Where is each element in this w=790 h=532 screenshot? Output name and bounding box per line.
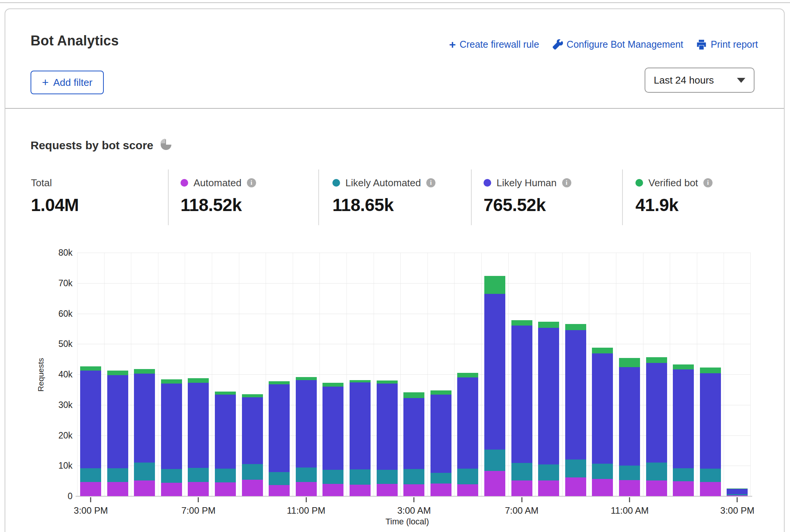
bar-segment-automated[interactable] — [80, 482, 101, 497]
bar-segment-automated[interactable] — [673, 481, 694, 496]
bar-segment-likely-automated[interactable] — [80, 468, 101, 482]
bar-segment-verified-bot[interactable] — [430, 390, 451, 394]
bar-segment-automated[interactable] — [430, 484, 451, 496]
bar-segment-automated[interactable] — [188, 482, 209, 496]
bar-segment-verified-bot[interactable] — [107, 371, 128, 375]
configure-bot-management-link[interactable]: Configure Bot Management — [552, 39, 684, 50]
bar-segment-automated[interactable] — [457, 484, 478, 496]
bar-segment-verified-bot[interactable] — [646, 357, 667, 363]
bar-segment-likely-automated[interactable] — [215, 469, 236, 482]
bar-segment-likely-automated[interactable] — [430, 473, 451, 484]
bar-segment-likely-automated[interactable] — [727, 494, 748, 495]
bar-segment-likely-human[interactable] — [296, 380, 317, 468]
bar-segment-automated[interactable] — [700, 482, 721, 496]
bar-segment-likely-automated[interactable] — [673, 468, 694, 481]
bar-segment-verified-bot[interactable] — [673, 364, 694, 370]
bar-segment-likely-automated[interactable] — [107, 468, 128, 482]
bar-segment-likely-human[interactable] — [242, 397, 263, 464]
bar-segment-likely-human[interactable] — [377, 384, 398, 470]
bar-segment-likely-human[interactable] — [673, 369, 694, 468]
info-icon[interactable]: i — [562, 178, 571, 187]
bar-segment-likely-human[interactable] — [484, 294, 505, 450]
bar-segment-likely-human[interactable] — [215, 395, 236, 469]
bar-segment-likely-human[interactable] — [188, 383, 209, 468]
bar-segment-verified-bot[interactable] — [296, 377, 317, 380]
bar-segment-verified-bot[interactable] — [377, 380, 398, 384]
bar-segment-likely-human[interactable] — [322, 387, 343, 470]
bar-segment-likely-human[interactable] — [80, 371, 101, 468]
bar-segment-automated[interactable] — [322, 484, 343, 496]
bar-segment-automated[interactable] — [215, 482, 236, 496]
bar-segment-likely-human[interactable] — [269, 384, 290, 472]
bar-segment-likely-automated[interactable] — [296, 468, 317, 482]
bar-segment-verified-bot[interactable] — [215, 392, 236, 395]
bar-segment-likely-automated[interactable] — [188, 468, 209, 482]
time-range-select[interactable]: Last 24 hours — [645, 68, 755, 93]
bar-segment-automated[interactable] — [269, 485, 290, 497]
bar-segment-likely-human[interactable] — [727, 489, 748, 494]
bar-segment-automated[interactable] — [511, 480, 532, 497]
bar-segment-verified-bot[interactable] — [80, 366, 101, 370]
bar-segment-automated[interactable] — [619, 480, 640, 496]
bar-segment-likely-automated[interactable] — [565, 459, 586, 477]
bar-segment-verified-bot[interactable] — [592, 348, 613, 353]
bar-segment-automated[interactable] — [377, 484, 398, 496]
bar-segment-likely-automated[interactable] — [269, 472, 290, 485]
bar-segment-likely-human[interactable] — [511, 326, 532, 463]
bar-segment-verified-bot[interactable] — [242, 394, 263, 397]
bar-segment-likely-automated[interactable] — [511, 463, 532, 480]
bar-segment-likely-automated[interactable] — [538, 464, 559, 480]
bar-segment-verified-bot[interactable] — [457, 373, 478, 377]
bar-segment-verified-bot[interactable] — [700, 368, 721, 373]
bar-segment-automated[interactable] — [565, 477, 586, 496]
bar-segment-likely-human[interactable] — [538, 328, 559, 464]
bar-segment-verified-bot[interactable] — [161, 379, 182, 384]
bar-segment-automated[interactable] — [242, 480, 263, 496]
bar-segment-likely-automated[interactable] — [646, 463, 667, 480]
bar-segment-likely-human[interactable] — [161, 384, 182, 469]
bar-segment-verified-bot[interactable] — [484, 276, 505, 293]
bar-segment-automated[interactable] — [403, 484, 424, 496]
bar-segment-verified-bot[interactable] — [511, 320, 532, 326]
bar-segment-likely-automated[interactable] — [592, 464, 613, 479]
bar-segment-automated[interactable] — [484, 471, 505, 496]
bar-segment-likely-human[interactable] — [403, 398, 424, 469]
bar-segment-automated[interactable] — [592, 479, 613, 496]
info-icon[interactable]: i — [247, 178, 256, 187]
bar-segment-verified-bot[interactable] — [269, 381, 290, 384]
create-firewall-rule-link[interactable]: + Create firewall rule — [449, 39, 539, 50]
bar-segment-likely-human[interactable] — [107, 375, 128, 468]
bar-segment-automated[interactable] — [134, 480, 155, 496]
bar-segment-likely-human[interactable] — [592, 353, 613, 464]
bar-segment-verified-bot[interactable] — [538, 322, 559, 328]
bar-segment-automated[interactable] — [161, 483, 182, 496]
bar-segment-verified-bot[interactable] — [350, 380, 371, 382]
bar-segment-likely-human[interactable] — [700, 373, 721, 469]
info-icon[interactable]: i — [426, 178, 435, 187]
bar-segment-likely-automated[interactable] — [322, 470, 343, 484]
bar-segment-likely-human[interactable] — [430, 395, 451, 473]
bar-segment-automated[interactable] — [296, 482, 317, 497]
bar-segment-likely-automated[interactable] — [403, 469, 424, 484]
bar-segment-automated[interactable] — [646, 480, 667, 497]
bar-segment-verified-bot[interactable] — [403, 392, 424, 398]
bar-segment-likely-human[interactable] — [350, 382, 371, 469]
bar-segment-likely-automated[interactable] — [242, 464, 263, 480]
bar-segment-verified-bot[interactable] — [619, 358, 640, 367]
bar-segment-likely-automated[interactable] — [161, 469, 182, 483]
bar-segment-verified-bot[interactable] — [727, 488, 748, 489]
bar-segment-likely-human[interactable] — [646, 363, 667, 463]
print-report-link[interactable]: Print report — [696, 39, 758, 50]
bar-segment-verified-bot[interactable] — [565, 324, 586, 330]
bar-segment-verified-bot[interactable] — [134, 369, 155, 374]
bar-segment-likely-automated[interactable] — [457, 469, 478, 484]
add-filter-button[interactable]: + Add filter — [31, 71, 104, 94]
info-icon[interactable]: i — [703, 178, 713, 187]
bar-segment-likely-human[interactable] — [619, 367, 640, 466]
bar-segment-likely-automated[interactable] — [134, 463, 155, 480]
bar-segment-likely-human[interactable] — [134, 374, 155, 463]
bar-segment-likely-automated[interactable] — [700, 469, 721, 482]
bar-segment-likely-automated[interactable] — [619, 466, 640, 480]
bar-segment-automated[interactable] — [350, 485, 371, 496]
bar-segment-likely-automated[interactable] — [484, 450, 505, 471]
